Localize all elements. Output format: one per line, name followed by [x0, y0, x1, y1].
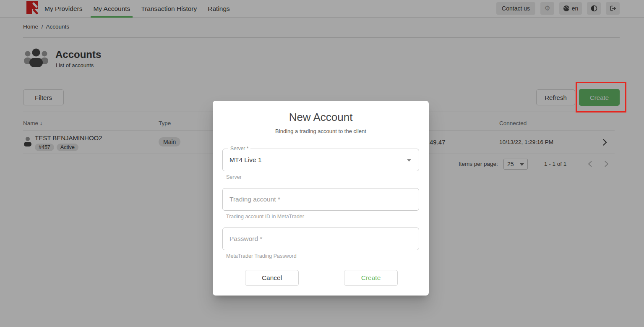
dialog-body: Server * MT4 Live 1 Server Trading accou…	[213, 149, 429, 259]
dialog-create-button[interactable]: Create	[344, 270, 398, 286]
dialog-subtitle: Binding a trading account to the client	[213, 128, 429, 134]
password-hint: MetaTrader Trading Password	[222, 253, 419, 259]
server-select-value: MT4 Live 1	[223, 149, 419, 171]
trading-account-hint: Trading account ID in MetaTrader	[222, 214, 419, 220]
server-hint: Server	[222, 174, 419, 180]
dialog-title: New Account	[213, 111, 429, 124]
password-input[interactable]	[222, 228, 419, 250]
cancel-button[interactable]: Cancel	[245, 270, 299, 286]
caret-down-icon	[407, 159, 411, 162]
server-select-label: Server *	[228, 146, 250, 152]
trading-account-input[interactable]	[222, 188, 419, 211]
server-select[interactable]: Server * MT4 Live 1	[222, 149, 419, 171]
new-account-dialog: New Account Binding a trading account to…	[213, 101, 429, 296]
